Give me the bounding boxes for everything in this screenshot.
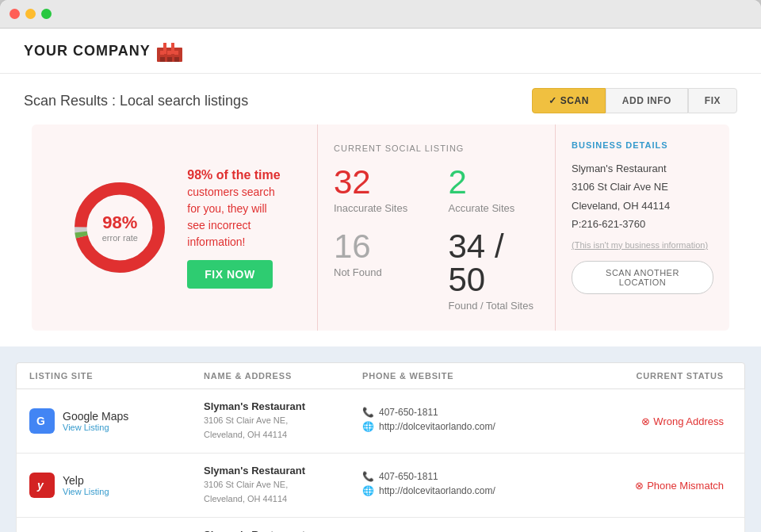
listing-biz-addr-1: 3106 St Clair Ave NE,Cleveland, OH 44114: [204, 414, 362, 442]
fix-button[interactable]: FIX: [688, 88, 737, 113]
donut-label: 98% error rate: [102, 212, 138, 243]
status-cell-2: ⊗Phone Mismatch: [537, 478, 732, 492]
phone-website-2: 📞 407-650-1811 🌐 http://dolcevitaorlando…: [362, 471, 537, 499]
maximize-button[interactable]: [41, 9, 52, 19]
status-badge-1: ⊗Wrong Address: [641, 415, 724, 427]
svg-rect-5: [171, 43, 174, 54]
chart-area: 98% error rate 98% of the time customers…: [32, 124, 317, 331]
app-window: YOUR COMPANY Scan Results : Local search…: [0, 0, 761, 532]
callout-line3: for you, they will: [187, 201, 280, 217]
scan-another-button[interactable]: SCAN ANOTHER LOCATION: [572, 261, 713, 294]
page-title: Scan Results : Local search listings: [24, 93, 248, 109]
site-info-1: Google Maps View Listing: [63, 410, 128, 432]
phone-website-1: 📞 407-650-1811 🌐 http://dolcevitaorlando…: [362, 407, 537, 435]
yelp-icon: y: [29, 473, 55, 498]
web-icon-1: 🌐: [362, 421, 374, 432]
minimize-button[interactable]: [25, 9, 36, 19]
col-header-phone-website: PHONE & WEBSITE: [362, 371, 537, 381]
status-badge-2: ⊗Phone Mismatch: [635, 480, 724, 492]
fix-now-button[interactable]: FIX NOW: [187, 260, 272, 289]
page-header: Scan Results : Local search listings ✓ S…: [0, 74, 761, 124]
stat-accurate: 2 Accurate Sites: [449, 166, 540, 214]
svg-rect-8: [174, 57, 179, 62]
stat-found-total-num: 34 / 50: [449, 230, 540, 297]
stat-not-found: 16 Not Found: [334, 230, 425, 312]
site-info-2: Yelp View Listing: [63, 474, 109, 496]
name-address-2: Slyman's Restaurant 3106 St Clair Ave NE…: [204, 465, 362, 506]
callout-line4: see incorrect: [187, 217, 280, 234]
scan-button[interactable]: ✓ SCAN: [532, 88, 605, 113]
web-icon-2: 🌐: [362, 485, 374, 496]
google-icon: G: [29, 408, 55, 434]
biz-info: Slyman's Restaurant 3106 St Clair Ave NE…: [572, 159, 713, 234]
status-cell-1: ⊗Wrong Address: [537, 414, 732, 428]
svg-rect-6: [160, 57, 165, 62]
view-listing-2[interactable]: View Listing: [63, 487, 109, 496]
web-row-1: 🌐 http://dolcevitaorlando.com/: [362, 421, 537, 432]
biz-address2: Cleveland, OH 44114: [572, 197, 713, 215]
name-address-1: Slyman's Restaurant 3106 St Clair Ave NE…: [204, 400, 362, 442]
stat-inaccurate-desc: Inaccurate Sites: [334, 202, 425, 214]
phone-icon-1: 📞: [362, 407, 374, 418]
phone-icon-2: 📞: [362, 471, 374, 482]
col-header-listing-site: LISTING SITE: [29, 371, 204, 381]
biz-phone: P:216-621-3760: [572, 215, 713, 233]
titlebar: [0, 0, 761, 29]
listing-biz-addr-2: 3106 St Clair Ave NE,Cleveland, OH 44114: [204, 478, 362, 506]
close-button[interactable]: [10, 9, 20, 19]
stat-inaccurate-num: 32: [334, 166, 425, 199]
table-row: b Google Maps View Listing Slyman's Rest…: [16, 518, 745, 532]
web-row-2: 🌐 http://dolcevitaorlando.com/: [362, 485, 537, 496]
svg-text:G: G: [36, 415, 45, 427]
biz-address1: 3106 St Clair Ave NE: [572, 178, 713, 196]
view-listing-1[interactable]: View Listing: [63, 423, 128, 432]
phone-row-1: 📞 407-650-1811: [362, 407, 537, 418]
table-row: y Yelp View Listing Slyman's Restaurant …: [16, 454, 745, 518]
donut-percent: 98%: [102, 212, 138, 233]
svg-rect-4: [163, 43, 166, 54]
toolbar-buttons: ✓ SCAN ADD INFO FIX: [532, 88, 737, 113]
callout-line5: information!: [187, 234, 280, 251]
business-details: BUSINESS DETAILS Slyman's Restaurant 310…: [555, 124, 729, 331]
website-1: http://dolcevitaorlando.com/: [379, 421, 495, 432]
col-header-status: CURRENT STATUS: [537, 371, 732, 381]
svg-text:y: y: [36, 479, 44, 492]
col-header-name-address: NAME & ADDRESS: [204, 371, 362, 381]
donut-sub: error rate: [102, 233, 138, 243]
stats-section-label: CURRENT SOCIAL LISTING: [334, 144, 539, 153]
callout-line2: customers search: [187, 184, 280, 201]
svg-rect-2: [167, 51, 171, 55]
add-info-button[interactable]: ADD INFO: [606, 88, 688, 113]
biz-name: Slyman's Restaurant: [572, 159, 713, 178]
callout-line1: 98% of the time: [187, 166, 280, 184]
stats-area: CURRENT SOCIAL LISTING 32 Inaccurate Sit…: [317, 124, 555, 331]
site-name-1: Google Maps: [63, 410, 128, 423]
listing-biz-name-3: Slyman's Restaurant: [204, 529, 362, 532]
listings-section: LISTING SITE NAME & ADDRESS PHONE & WEBS…: [0, 346, 761, 532]
stat-not-found-num: 16: [334, 230, 425, 263]
site-name-2: Yelp: [63, 474, 109, 487]
listing-biz-name-1: Slyman's Restaurant: [204, 400, 362, 412]
stat-accurate-num: 2: [449, 166, 540, 199]
stat-inaccurate: 32 Inaccurate Sites: [334, 166, 425, 214]
stat-found-total-desc: Found / Total Sites: [449, 300, 540, 312]
listing-biz-name-2: Slyman's Restaurant: [204, 465, 362, 477]
phone-row-2: 📞 407-650-1811: [362, 471, 537, 482]
stat-not-found-desc: Not Found: [334, 266, 425, 278]
status-icon-1: ⊗: [641, 415, 650, 427]
stat-found-total: 34 / 50 Found / Total Sites: [449, 230, 540, 312]
svg-rect-7: [167, 57, 172, 62]
not-my-biz-link[interactable]: (This isn't my business information): [572, 240, 713, 250]
stats-grid: 32 Inaccurate Sites 2 Accurate Sites 16 …: [334, 166, 539, 312]
stat-accurate-desc: Accurate Sites: [449, 202, 540, 214]
phone-num-1: 407-650-1811: [379, 407, 438, 418]
listing-site-cell-2: y Yelp View Listing: [29, 473, 204, 498]
listing-site-cell-1: G Google Maps View Listing: [29, 408, 204, 434]
status-icon-2: ⊗: [635, 480, 644, 492]
table-header: LISTING SITE NAME & ADDRESS PHONE & WEBS…: [16, 362, 745, 389]
chart-callout: 98% of the time customers search for you…: [187, 166, 280, 289]
svg-rect-3: [174, 51, 178, 55]
website-2: http://dolcevitaorlando.com/: [379, 485, 495, 496]
donut-chart: 98% error rate: [68, 176, 171, 279]
name-address-3: Slyman's Restaurant 3106 St Clair Ave NE…: [204, 529, 362, 532]
